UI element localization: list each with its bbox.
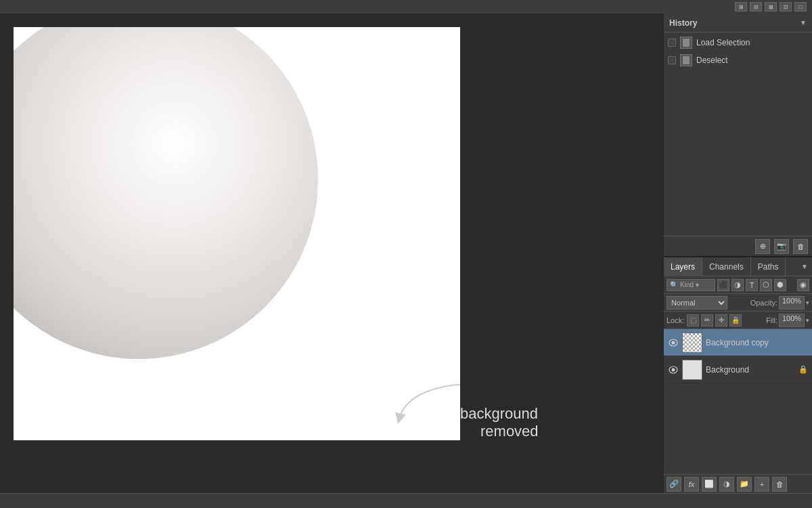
lock-row: Lock: ⬚ ✏ ✛ 🔒 Fill: 100% ▾ [664, 312, 812, 329]
layer-thumbnail-1 [682, 360, 702, 380]
history-bottom-toolbar: ⊕ 📷 🗑 [664, 236, 812, 256]
canvas-area: background removed [0, 14, 663, 493]
history-panel: History ▼ Load Selection Deselect ⊕ 📷 � [664, 14, 812, 257]
history-panel-title: History [669, 18, 697, 28]
filter-smart-button[interactable]: ⬢ [774, 279, 786, 291]
annotation-line2: removed [460, 423, 539, 440]
layers-tabs: Layers Channels Paths ▼ [664, 257, 812, 276]
layer-item-0[interactable]: Background copy [664, 329, 812, 356]
lock-all-button[interactable]: 🔒 [729, 314, 742, 326]
filter-dropdown-arrow[interactable]: ▾ [696, 281, 699, 289]
history-doc-icon-1 [680, 54, 692, 66]
lock-position-button[interactable]: ✛ [715, 314, 727, 326]
fullscreen-icon[interactable]: □ [794, 2, 807, 12]
layer-item-1[interactable]: Background 🔒 [664, 356, 812, 383]
filter-toggle-button[interactable]: ◉ [797, 279, 809, 291]
svg-point-3 [672, 368, 675, 371]
new-group-button[interactable]: 📁 [737, 477, 752, 492]
fill-group: Fill: 100% ▾ [766, 314, 809, 327]
resize-icon[interactable]: ⊡ [780, 2, 792, 12]
new-layer-button[interactable]: + [754, 477, 769, 492]
layer-name-1: Background [706, 365, 795, 375]
filter-kind-label: Kind [680, 281, 694, 289]
history-menu-arrow[interactable]: ▼ [800, 19, 807, 26]
layer-name-0: Background copy [706, 338, 808, 347]
annotation: background removed [460, 405, 539, 440]
layers-menu-arrow[interactable]: ▼ [801, 263, 812, 270]
filter-input-wrapper: 🔍 Kind ▾ [667, 279, 715, 291]
filter-adjustment-button[interactable]: ◑ [731, 279, 744, 291]
fill-arrow[interactable]: ▾ [806, 317, 809, 324]
tabs-group: Layers Channels Paths [664, 257, 786, 276]
history-items-list: Load Selection Deselect [664, 33, 812, 236]
new-snapshot-button[interactable]: ⊕ [755, 239, 770, 254]
annotation-line1: background [460, 405, 538, 422]
history-doc-icon-0 [680, 37, 692, 49]
layers-bottom-toolbar: 🔗 fx ⬜ ◑ 📁 + 🗑 [664, 474, 812, 493]
layer-lock-icon-1: 🔒 [798, 365, 808, 375]
delete-layer-button[interactable]: 🗑 [772, 477, 787, 492]
opacity-value[interactable]: 100% [779, 296, 805, 310]
delete-history-button[interactable]: 🗑 [793, 239, 808, 254]
grid-icon[interactable]: ⊞ [735, 2, 747, 12]
link-layers-button[interactable]: 🔗 [667, 477, 681, 492]
lock-transparent-button[interactable]: ⬚ [687, 314, 699, 326]
canvas-circle [14, 27, 318, 359]
history-label-0: Load Selection [696, 38, 808, 47]
opacity-label: Opacity: [750, 299, 777, 307]
fx-button[interactable]: fx [684, 477, 699, 492]
layer-thumbnail-0 [682, 333, 702, 353]
status-bar [0, 493, 812, 508]
layer-eye-1[interactable] [668, 364, 679, 375]
blend-mode-row: Normal Multiply Screen Overlay Opacity: … [664, 294, 812, 312]
blend-mode-select[interactable]: Normal Multiply Screen Overlay [667, 296, 727, 310]
search-icon: 🔍 [670, 281, 678, 289]
grid2-icon[interactable]: ⊟ [750, 2, 762, 12]
layer-eye-0[interactable] [668, 337, 679, 348]
history-checkbox-0[interactable] [668, 39, 676, 47]
filter-shape-button[interactable]: ⬡ [760, 279, 772, 291]
camera-button[interactable]: 📷 [774, 239, 789, 254]
lock-icons: ⬚ ✏ ✛ 🔒 [687, 314, 742, 326]
fill-value[interactable]: 100% [779, 314, 805, 327]
lock-pixels-button[interactable]: ✏ [701, 314, 713, 326]
opacity-arrow[interactable]: ▾ [806, 299, 809, 306]
add-mask-button[interactable]: ⬜ [702, 477, 717, 492]
history-item-1[interactable]: Deselect [664, 51, 812, 69]
eye-icon-0 [669, 339, 678, 347]
filter-pixel-button[interactable]: ⬛ [717, 279, 729, 291]
eye-icon-1 [669, 366, 678, 374]
filter-type-button[interactable]: T [746, 279, 758, 291]
opacity-group: Opacity: 100% ▾ [750, 296, 809, 310]
tab-channels[interactable]: Channels [702, 257, 751, 276]
filter-row: 🔍 Kind ▾ ⬛ ◑ T ⬡ ⬢ ◉ [664, 276, 812, 294]
fill-label: Fill: [766, 316, 777, 324]
history-checkbox-1[interactable] [668, 56, 676, 64]
layers-list: Background copy Background 🔒 [664, 329, 812, 474]
canvas-document [14, 27, 460, 440]
top-toolbar: ⊞ ⊟ ⊠ ⊡ □ [0, 0, 812, 14]
history-label-1: Deselect [696, 56, 808, 65]
history-item-0[interactable]: Load Selection [664, 34, 812, 51]
main-content: background removed History ▼ Load Select… [0, 14, 812, 493]
history-panel-header: History ▼ [664, 14, 812, 33]
tab-layers[interactable]: Layers [664, 257, 702, 276]
tab-paths[interactable]: Paths [751, 257, 786, 276]
right-panel: History ▼ Load Selection Deselect ⊕ 📷 � [663, 14, 812, 493]
adjustment-layer-button[interactable]: ◑ [719, 477, 734, 492]
grid3-icon[interactable]: ⊠ [765, 2, 777, 12]
lock-label: Lock: [667, 316, 684, 324]
layers-panel: Layers Channels Paths ▼ 🔍 Kind ▾ ⬛ ◑ T ⬡… [664, 257, 812, 493]
svg-point-1 [672, 341, 675, 344]
